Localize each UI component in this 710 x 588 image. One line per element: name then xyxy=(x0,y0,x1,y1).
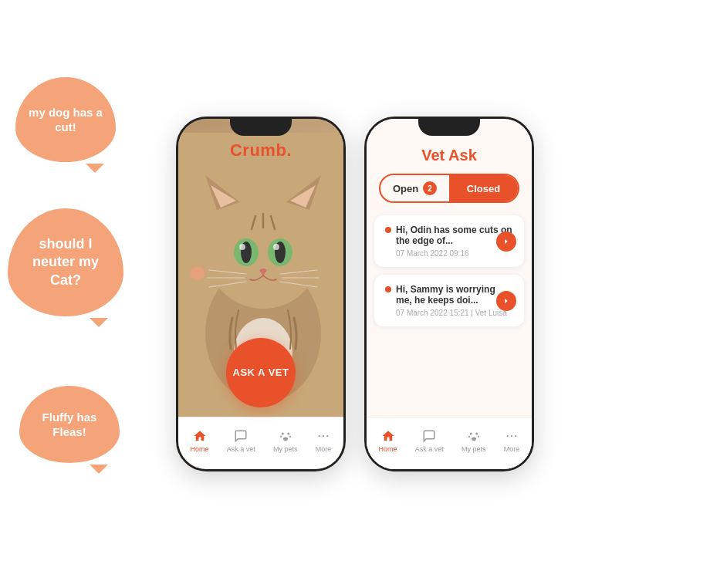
status-dot-2 xyxy=(385,286,391,292)
ask-vet-button[interactable]: ASK A VET xyxy=(226,338,296,407)
question-card-1[interactable]: Hi, Odin has some cuts on the edge of...… xyxy=(374,215,524,267)
scene: my dog has a cut! should I neuter my Cat… xyxy=(0,0,710,588)
svg-point-29 xyxy=(323,434,324,436)
paw-icon-2 xyxy=(466,428,482,444)
tab-toggle[interactable]: Open 2 Closed xyxy=(379,174,519,203)
bubble-fleas: Fluffy has Fleas! xyxy=(19,386,120,463)
svg-point-36 xyxy=(507,434,509,436)
vet-ask-title: Vet Ask xyxy=(367,147,532,164)
nav-my-pets-phone2[interactable]: My pets xyxy=(462,428,486,453)
more-icon xyxy=(316,428,331,444)
more-icon-2 xyxy=(504,428,519,444)
chat-icon-2 xyxy=(421,428,437,444)
home-icon xyxy=(192,428,208,444)
nav-home-phone2[interactable]: Home xyxy=(379,428,397,453)
bubble-neuter-cat: should I neuter my Cat? xyxy=(8,208,123,316)
nav-ask-vet-phone2[interactable]: Ask a vet xyxy=(415,428,444,453)
phone2-content: Vet Ask Open 2 Closed xyxy=(367,119,532,469)
svg-point-24 xyxy=(287,432,289,434)
app-logo: Crumb. xyxy=(178,140,343,161)
chat-icon xyxy=(233,428,248,444)
phone-vet-ask: Vet Ask Open 2 Closed xyxy=(364,117,534,471)
svg-point-37 xyxy=(511,434,512,436)
status-dot-1 xyxy=(385,227,391,233)
tab-open[interactable]: Open 2 xyxy=(380,175,449,201)
logo-dot: . xyxy=(286,140,292,160)
svg-point-31 xyxy=(470,432,472,434)
phone-home: Crumb. ASK A VET Home xyxy=(176,117,346,471)
question-card-2[interactable]: Hi, Sammy is worrying me, he keeps doi..… xyxy=(374,275,524,326)
bubble-area: my dog has a cut! should I neuter my Cat… xyxy=(0,0,154,588)
svg-point-28 xyxy=(319,434,320,436)
tab-closed[interactable]: Closed xyxy=(449,175,518,201)
svg-point-34 xyxy=(478,435,479,437)
question-meta-1: 07 March 2022 09:16 xyxy=(385,249,513,258)
chevron-right-icon-1[interactable] xyxy=(496,231,516,252)
nav-my-pets-phone1[interactable]: My pets xyxy=(273,428,298,453)
question-text-1: Hi, Odin has some cuts on the edge of... xyxy=(385,225,513,246)
question-text-2: Hi, Sammy is worrying me, he keeps doi..… xyxy=(385,284,513,306)
svg-point-32 xyxy=(475,432,478,434)
nav-home-phone1[interactable]: Home xyxy=(191,428,209,453)
nav-bar-phone1: Home Ask a vet My pets xyxy=(178,417,343,469)
nav-bar-phone2: Home Ask a vet My pets xyxy=(367,417,532,469)
phone-notch xyxy=(230,119,292,136)
phone-background: Crumb. ASK A VET Home xyxy=(178,119,343,469)
question-list: Hi, Odin has some cuts on the edge of...… xyxy=(367,215,532,326)
svg-point-33 xyxy=(468,435,470,437)
open-badge: 2 xyxy=(423,181,437,195)
svg-point-38 xyxy=(515,434,516,436)
svg-point-35 xyxy=(472,437,476,441)
chevron-right-icon-2[interactable] xyxy=(496,291,516,311)
svg-point-27 xyxy=(283,437,288,441)
paw-icon xyxy=(278,428,293,444)
svg-point-25 xyxy=(280,435,282,437)
svg-point-30 xyxy=(326,434,328,436)
svg-point-15 xyxy=(273,244,279,250)
phone-notch-2 xyxy=(418,119,480,136)
svg-point-26 xyxy=(289,435,291,437)
nav-ask-vet-phone1[interactable]: Ask a vet xyxy=(227,428,255,453)
question-meta-2: 07 March 2022 15:21 | Vet Luisa xyxy=(385,309,513,317)
nav-more-phone1[interactable]: More xyxy=(316,428,332,453)
nav-more-phone2[interactable]: More xyxy=(504,428,520,453)
svg-point-23 xyxy=(282,432,284,434)
bubble-dog-cut: my dog has a cut! xyxy=(15,77,116,162)
home-icon-2 xyxy=(380,428,396,444)
paw-decoration xyxy=(191,266,205,280)
svg-point-14 xyxy=(239,244,245,250)
